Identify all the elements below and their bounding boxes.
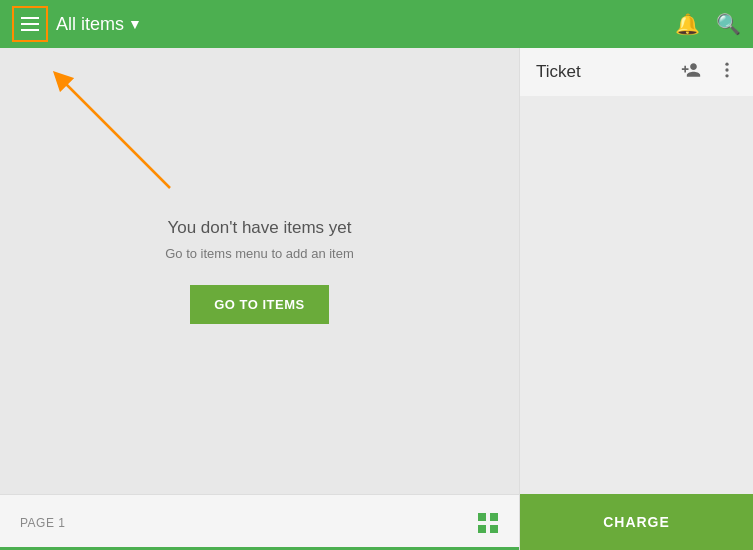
main-container: You don't have items yet Go to items men… <box>0 48 753 550</box>
more-options-icon[interactable] <box>717 60 737 85</box>
right-content <box>520 96 753 494</box>
svg-line-0 <box>60 78 170 188</box>
page-label: PAGE 1 <box>20 516 65 530</box>
header-actions: 🔔 🔍 <box>675 12 753 36</box>
bell-icon[interactable]: 🔔 <box>675 12 700 36</box>
add-person-icon[interactable] <box>681 60 701 85</box>
svg-rect-4 <box>490 525 498 533</box>
left-panel: You don't have items yet Go to items men… <box>0 48 519 550</box>
right-panel: Ticket CHARGE <box>519 48 753 550</box>
svg-rect-3 <box>478 525 486 533</box>
bottom-bar: PAGE 1 <box>0 494 519 550</box>
go-to-items-button[interactable]: GO TO ITEMS <box>190 285 329 324</box>
header-left: All items ▼ <box>0 6 675 42</box>
right-header: Ticket <box>520 48 753 96</box>
empty-subtitle: Go to items menu to add an item <box>165 246 354 261</box>
svg-rect-2 <box>490 513 498 521</box>
charge-button[interactable]: CHARGE <box>520 494 753 550</box>
hamburger-icon <box>21 17 39 31</box>
empty-state: You don't have items yet Go to items men… <box>165 218 354 324</box>
svg-rect-1 <box>478 513 486 521</box>
grid-icon[interactable] <box>477 512 499 534</box>
left-content: You don't have items yet Go to items men… <box>0 48 519 494</box>
right-header-icons <box>681 60 737 85</box>
title-text: All items <box>56 14 124 35</box>
arrow-annotation <box>40 58 190 208</box>
app-header: All items ▼ 🔔 🔍 <box>0 0 753 48</box>
svg-point-5 <box>725 62 728 65</box>
empty-title: You don't have items yet <box>167 218 351 238</box>
menu-button[interactable] <box>12 6 48 42</box>
search-icon[interactable]: 🔍 <box>716 12 741 36</box>
svg-point-6 <box>725 68 728 71</box>
header-title: All items ▼ <box>56 14 142 35</box>
right-panel-title: Ticket <box>536 62 581 82</box>
svg-point-7 <box>725 74 728 77</box>
chevron-down-icon[interactable]: ▼ <box>128 16 142 32</box>
